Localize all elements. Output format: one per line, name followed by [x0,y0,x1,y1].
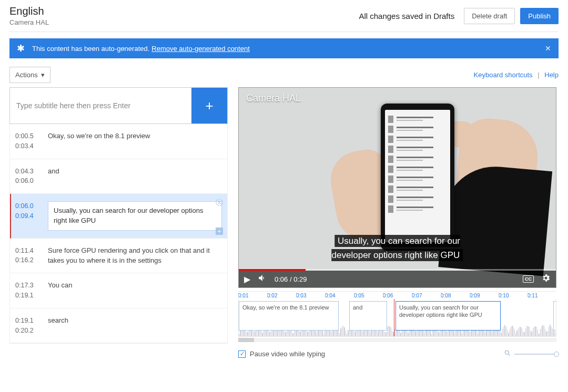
delete-subtitle-icon[interactable]: ⓧ [216,198,223,208]
subtitle-row[interactable]: 0:17.30:19.1You can [10,273,227,308]
autogen-banner: ✱ This content has been auto-generated. … [9,38,559,58]
subtitle-row[interactable]: 0:06.00:09.4Usually, you can search for … [10,194,227,239]
add-subtitle-button[interactable]: + [191,88,227,123]
actions-label: Actions [15,71,38,79]
subtitle-row[interactable]: 0:00.50:03.4Okay, so we're on the 8.1 pr… [10,124,227,159]
player-caption-overlay: Usually, you can search for our develope… [318,234,477,262]
chevron-down-icon: ▾ [41,71,45,79]
subtitle-input[interactable] [10,88,191,123]
subtitle-text: and [48,167,222,187]
insert-subtitle-icon[interactable]: + [216,228,223,235]
playhead[interactable] [394,299,394,336]
banner-close-icon[interactable]: ✕ [545,44,551,53]
subtitle-row[interactable]: 0:04.30:06.0and [10,159,227,194]
play-icon[interactable]: ▶ [244,274,250,284]
subtitle-text-input[interactable]: Usually, you can search for our develope… [48,201,222,231]
timeline-segment[interactable]: Okay, so we're on the 8.1 preview [239,301,339,331]
zoom-slider[interactable] [514,354,556,355]
timeline-tick: 0:10 [499,293,528,299]
subtitle-text: search [48,316,222,336]
timeline-tick: 0:03 [296,293,325,299]
timeline-tick: 0:09 [470,293,499,299]
subtitle-times: 0:11.40:16.2 [15,246,40,266]
pause-while-typing-checkbox[interactable]: ✓ [238,350,246,358]
player-title-overlay: Camera HAL [246,93,301,104]
svg-point-0 [505,350,509,354]
video-player[interactable]: Camera HAL Usually, you can search for o… [238,87,556,288]
subtitle-text: You can [48,281,222,301]
timeline-tick: 0:02 [267,293,296,299]
video-title: Camera HAL [9,18,49,26]
zoom-icon [504,349,511,358]
subtitle-text: Sure force GPU rendering and you click o… [48,246,222,266]
timeline-tick: 0:04 [325,293,354,299]
timeline-tick: 0:05 [354,293,383,299]
timeline-tick: 0:06 [383,293,412,299]
subtitle-times: 0:06.00:09.4 [15,201,40,231]
timeline-tick: 0:01 [238,293,267,299]
settings-gear-icon[interactable] [541,273,551,285]
timeline-segment[interactable]: S th s [553,301,556,331]
timeline-tick: 0:11 [528,293,556,299]
timeline-scrollbar[interactable] [238,338,556,342]
subtitle-times: 0:19.10:20.2 [15,316,40,336]
subtitle-row[interactable]: 0:19.10:20.2search [10,308,227,344]
subtitle-row[interactable]: 0:11.40:16.2Sure force GPU rendering and… [10,239,227,274]
banner-message: This content has been auto-generated. [32,45,149,53]
publish-button[interactable]: Publish [520,8,559,24]
subtitle-times: 0:04.30:06.0 [15,167,40,187]
player-time: 0:06 / 0:29 [275,275,307,283]
volume-icon[interactable] [258,273,267,285]
divider [9,32,559,32]
help-link[interactable]: Help [544,71,559,79]
remove-autogen-link[interactable]: Remove auto-generated content [151,45,249,53]
zoom-control[interactable] [504,349,556,358]
actions-dropdown[interactable]: Actions ▾ [9,67,50,83]
star-icon: ✱ [17,44,25,53]
timeline-tick: 0:07 [412,293,441,299]
svg-line-1 [509,354,510,356]
pause-while-typing-label: Pause video while typing [250,350,325,358]
language-heading: English [9,5,49,17]
subtitle-text: Okay, so we're on the 8.1 preview [48,131,222,151]
timeline-segment[interactable]: Usually, you can search for our develope… [395,301,501,331]
subtitle-list[interactable]: 0:00.50:03.4Okay, so we're on the 8.1 pr… [9,124,228,344]
subtitle-times: 0:00.50:03.4 [15,131,40,151]
cc-icon[interactable]: CC [523,275,534,283]
separator: | [537,71,539,79]
timeline-segment[interactable]: and [349,301,387,331]
timeline-tick: 0:08 [441,293,470,299]
delete-draft-button[interactable]: Delete draft [464,8,515,24]
timeline[interactable]: 0:010:020:030:040:050:060:070:080:090:10… [238,291,556,342]
save-status: All changes saved in Drafts [359,12,454,20]
keyboard-shortcuts-link[interactable]: Keyboard shortcuts [474,71,533,79]
subtitle-times: 0:17.30:19.1 [15,281,40,301]
